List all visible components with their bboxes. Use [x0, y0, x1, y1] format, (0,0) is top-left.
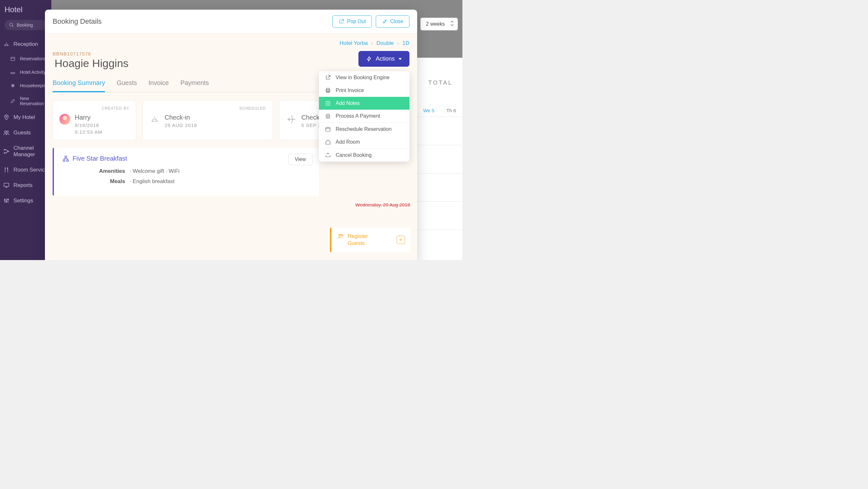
sparkle-icon: [10, 83, 16, 89]
sidebar-item-reception[interactable]: Reception: [0, 37, 51, 52]
sidebar-item-new-reservation[interactable]: New Reservation: [0, 92, 51, 110]
search-icon: [9, 23, 14, 28]
sidebar: Hotel Booking Reception Reservations Hot…: [0, 0, 51, 260]
menu-item-label: Print Invoice: [336, 88, 364, 93]
svg-rect-17: [327, 88, 330, 90]
sidebar-item-channel[interactable]: Channel Manager: [0, 140, 51, 162]
breadcrumb-room[interactable]: 1D: [402, 40, 409, 46]
menu-add-notes[interactable]: Add Notes: [319, 97, 409, 110]
svg-rect-10: [4, 183, 9, 186]
modal-title: Booking Details: [53, 17, 102, 26]
printer-icon: [325, 87, 331, 94]
menu-item-label: View in Booking Engine: [336, 75, 390, 80]
svg-point-4: [6, 116, 7, 117]
sidebar-item-label: Reservations: [20, 56, 46, 61]
view-package-button[interactable]: View: [288, 154, 313, 165]
actions-dropdown: View in Booking Engine Print Invoice Add…: [319, 71, 409, 162]
register-guests-card[interactable]: Register Guests +: [330, 228, 411, 252]
amenities-value: · Welcome gift · WiFi: [130, 168, 180, 174]
sidebar-item-room-service[interactable]: Room Service: [0, 162, 51, 177]
presentation-icon: [3, 182, 10, 189]
svg-rect-31: [63, 160, 65, 161]
modal-body: Hotel Yorba › Double › 1D BBNB10717576 H…: [45, 34, 417, 260]
svg-line-1: [12, 26, 13, 27]
menu-print-invoice[interactable]: Print Invoice: [319, 84, 409, 97]
modal-header: Booking Details Pop Out Close: [45, 10, 417, 34]
sidebar-search[interactable]: Booking: [4, 20, 47, 30]
breadcrumb: Hotel Yorba › Double › 1D: [53, 40, 409, 46]
add-guest-button[interactable]: +: [397, 236, 405, 244]
sidebar-item-label: Room Service: [13, 167, 48, 173]
sidebar-item-label: Housekeeping: [20, 83, 49, 88]
card-label: SCHEDULED: [149, 106, 266, 110]
menu-item-label: Process A Payment: [336, 113, 380, 119]
brand-title: Hotel: [0, 0, 51, 15]
menu-process-payment[interactable]: Process A Payment: [319, 110, 409, 123]
created-by-card: CREATED BY Harry 8/16/2018 9:12:53 AM: [53, 101, 136, 140]
close-button[interactable]: Close: [376, 15, 409, 28]
sidebar-item-label: Hotel Activity: [20, 70, 45, 75]
calendar-day[interactable]: Th 6: [440, 104, 462, 117]
svg-rect-2: [11, 57, 15, 61]
sidebar-item-hotel-activity[interactable]: Hotel Activity: [0, 65, 51, 79]
sidebar-item-label: New Reservation: [20, 96, 47, 106]
svg-rect-26: [326, 128, 330, 131]
calendar-day[interactable]: We 5: [417, 104, 440, 117]
booking-details-modal: Booking Details Pop Out Close Hotel Yorb…: [45, 10, 417, 260]
calendar-grid: [417, 117, 462, 230]
sidebar-item-settings[interactable]: Settings: [0, 193, 51, 208]
breadcrumb-roomtype[interactable]: Double: [376, 40, 394, 46]
menu-view-booking-engine[interactable]: View in Booking Engine: [319, 71, 409, 84]
sidebar-item-label: Channel Manager: [13, 145, 48, 158]
package-title: Five Star Breakfast: [62, 155, 311, 162]
tab-invoice[interactable]: Invoice: [149, 76, 169, 92]
menu-add-room[interactable]: Add Room: [319, 136, 409, 149]
inbox-icon: [10, 69, 16, 75]
sidebar-item-label: Guests: [13, 130, 31, 136]
sidebar-item-label: Reports: [13, 182, 33, 189]
calendar-days: We 5 Th 6: [417, 104, 462, 117]
menu-item-label: Add Notes: [336, 100, 360, 106]
menu-item-label: Reschedule Reservation: [336, 126, 392, 132]
created-date: 8/16/2018: [75, 123, 102, 128]
lightning-icon: [366, 56, 372, 62]
pop-out-label: Pop Out: [347, 19, 366, 24]
bank-icon: [325, 113, 331, 119]
view-range-select[interactable]: 2 weeks: [421, 18, 458, 30]
svg-rect-32: [67, 160, 69, 161]
edit-icon: [10, 98, 16, 104]
sidebar-item-my-hotel[interactable]: My Hotel: [0, 110, 51, 125]
package-card: View Five Star Breakfast Amenities · Wel…: [53, 148, 319, 196]
utensils-icon: [3, 167, 10, 173]
svg-point-7: [4, 149, 5, 150]
sidebar-item-label: Settings: [13, 198, 33, 204]
menu-cancel-booking[interactable]: Cancel Booking: [319, 149, 409, 162]
breadcrumb-hotel[interactable]: Hotel Yorba: [340, 40, 368, 46]
sidebar-item-housekeeping[interactable]: Housekeeping: [0, 79, 51, 92]
chevron-down-icon: [399, 58, 402, 60]
actions-label: Actions: [376, 56, 395, 62]
svg-rect-20: [326, 102, 330, 105]
sidebar-item-reservations[interactable]: Reservations: [0, 52, 51, 65]
sidebar-item-reports[interactable]: Reports: [0, 177, 51, 193]
sidebar-item-label: Reception: [13, 41, 38, 47]
sidebar-item-guests[interactable]: Guests: [0, 125, 51, 140]
breadcrumb-sep: ›: [371, 40, 373, 46]
meals-value: · English breakfast: [130, 178, 175, 185]
pin-icon: [3, 114, 10, 121]
pop-out-button[interactable]: Pop Out: [333, 15, 372, 28]
view-range-value: 2 weeks: [426, 21, 445, 27]
stale-date-text: Wednesday, 29 Aug 2018: [355, 202, 410, 207]
menu-item-label: Add Room: [336, 139, 360, 145]
users-icon: [337, 233, 344, 240]
actions-button[interactable]: Actions: [359, 51, 409, 67]
network-icon: [3, 148, 10, 155]
avatar: [59, 114, 70, 125]
tab-booking-summary[interactable]: Booking Summary: [53, 76, 105, 92]
calendar-icon: [10, 56, 16, 62]
menu-reschedule[interactable]: Reschedule Reservation: [319, 123, 409, 136]
tab-payments[interactable]: Payments: [180, 76, 209, 92]
recycle-icon: [325, 152, 331, 158]
register-guests-label: Register Guests: [347, 233, 383, 247]
tab-guests[interactable]: Guests: [117, 76, 137, 92]
